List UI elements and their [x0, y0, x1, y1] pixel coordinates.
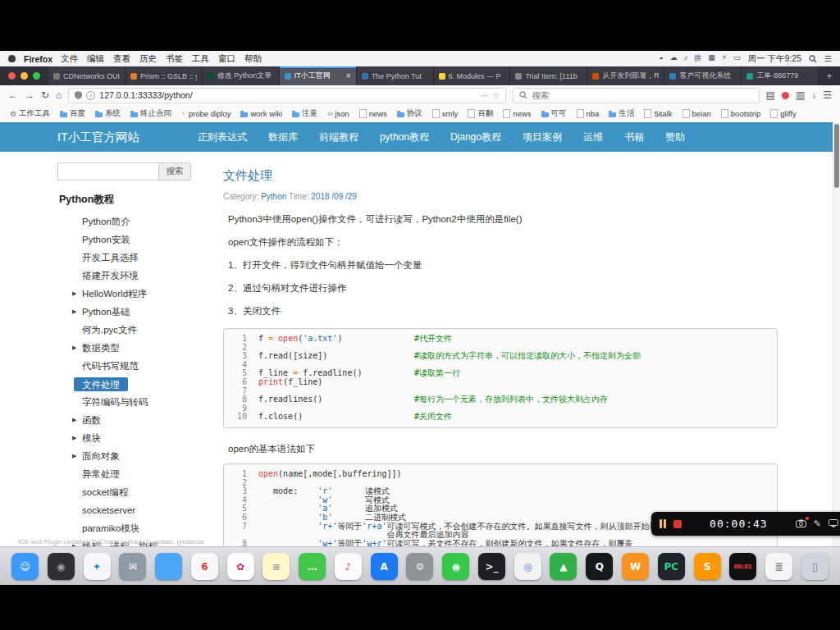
bookmark-15[interactable]: 生活 [609, 108, 634, 119]
sidebar-item-10[interactable]: 字符编码与转码 [57, 393, 213, 411]
dock-calendar[interactable]: 6 [191, 553, 218, 580]
sidebar-search-input[interactable] [57, 162, 158, 180]
site-nav-7[interactable]: 书籍 [614, 122, 655, 152]
dock-textedit[interactable]: ≣ [765, 553, 792, 580]
forward-button[interactable]: → [25, 90, 34, 100]
dock-terminal[interactable]: >_ [478, 553, 505, 580]
battery-icon[interactable]: ▭ [733, 53, 741, 64]
site-nav-6[interactable]: 运维 [573, 122, 614, 152]
bookmark-18[interactable]: bootstrip [721, 109, 760, 118]
bookmark-8[interactable]: news [359, 109, 387, 118]
bookmark-1[interactable]: 百度 [60, 108, 85, 119]
sidebar-item-16[interactable]: socketserver [57, 501, 213, 519]
dock-settings[interactable]: ⚙ [406, 553, 433, 580]
library-icon[interactable]: ▤ [766, 90, 775, 100]
sidebar-item-2[interactable]: 开发工具选择 [57, 249, 213, 267]
menubar-menu-5[interactable]: 工具 [192, 53, 209, 65]
site-nav-8[interactable]: 赞助 [655, 122, 696, 152]
bookmark-7[interactable]: <>json [327, 109, 349, 118]
menubar-menu-0[interactable]: 文件 [61, 53, 78, 65]
bookmark-0[interactable]: ⚙工作工具 [10, 108, 50, 119]
bookmark-16[interactable]: 5italk [644, 109, 672, 118]
search-input[interactable] [532, 90, 752, 100]
sidebar-item-1[interactable]: Python安装 [57, 231, 213, 249]
tab-7[interactable]: 从开发到部署，R [587, 66, 664, 85]
sidebar-item-4[interactable]: ▶HelloWorld程序 [57, 285, 213, 303]
tab-3[interactable]: IT小工官网× [280, 66, 357, 85]
menu-icon[interactable]: ☰ [823, 90, 832, 100]
menubar-menu-4[interactable]: 书签 [166, 53, 183, 65]
sidebar-item-12[interactable]: ▶模块 [57, 429, 213, 447]
sidebar-item-6[interactable]: 何为.pyc文件 [57, 321, 213, 339]
tab-9[interactable]: 工单-866779 [742, 66, 819, 85]
input-method-icon[interactable]: 拼 [694, 53, 701, 64]
tab-0[interactable]: CDNetworks OUI: d [48, 66, 126, 85]
volume-icon[interactable]: ♪ [684, 53, 688, 64]
sidebar-item-3[interactable]: 搭建开发环境 [57, 267, 213, 285]
menubar-menu-7[interactable]: 帮助 [244, 53, 262, 65]
dock-pycharm[interactable]: PC [658, 553, 685, 580]
tab-6[interactable]: Trial Item: [111b [510, 66, 587, 85]
sidebar-item-8[interactable]: 代码书写规范 [57, 357, 213, 375]
dock-safari[interactable]: ✦ [84, 553, 111, 580]
bookmark-3[interactable]: 终止合同 [130, 108, 171, 119]
display-icon[interactable] [829, 519, 838, 529]
site-nav-0[interactable]: 正则表达式 [187, 122, 258, 152]
reload-button[interactable]: ↻ [41, 90, 49, 100]
sidebar-search-button[interactable]: 搜索 [158, 162, 191, 180]
stop-button[interactable] [673, 520, 682, 528]
dock-chrome[interactable]: ◎ [514, 553, 541, 580]
dock-launchpad[interactable]: ◉ [48, 553, 75, 580]
dock-messages[interactable]: … [299, 553, 326, 580]
new-tab-button[interactable]: + [819, 66, 840, 85]
url-input[interactable] [99, 90, 476, 100]
bookmark-star-icon[interactable]: ☆ [492, 91, 500, 100]
sidebar-item-14[interactable]: 异常处理 [57, 465, 213, 483]
bookmark-5[interactable]: work wiki [240, 109, 282, 118]
sidebar-item-11[interactable]: ▶函数 [57, 411, 213, 429]
apple-menu-icon[interactable] [8, 55, 16, 62]
menubar-menu-1[interactable]: 编辑 [87, 53, 104, 65]
site-nav-3[interactable]: python教程 [369, 122, 440, 152]
bookmark-6[interactable]: 注意 [292, 108, 317, 119]
dock-mail[interactable]: ✉ [119, 553, 146, 580]
pocket-icon[interactable] [782, 92, 789, 99]
close-window-button[interactable] [8, 72, 16, 80]
site-brand[interactable]: IT小工官方网站 [57, 130, 139, 145]
bookmark-17[interactable]: beian [682, 109, 711, 118]
bookmark-19[interactable]: gliffy [770, 109, 796, 118]
tab-4[interactable]: The Python Tut [357, 66, 434, 85]
dock-photos[interactable]: ✿ [227, 553, 254, 580]
sidebar-item-13[interactable]: ▶面向对象 [57, 447, 213, 465]
back-button[interactable]: ← [8, 90, 18, 100]
dock-trash[interactable]: ▯ [801, 553, 829, 580]
browser-search-field[interactable] [513, 88, 759, 103]
sync-icon[interactable]: ◒ [659, 53, 663, 64]
display-icon[interactable]: ▦ [708, 53, 715, 64]
tab-1[interactable]: Prism :: GSLB :: ya [126, 66, 203, 85]
dock-folder[interactable] [155, 553, 182, 580]
sidebar-toggle-icon[interactable]: ▥ [796, 90, 805, 100]
pause-button[interactable] [660, 519, 666, 528]
sidebar-item-5[interactable]: ▶Python基础 [57, 303, 213, 321]
sidebar-item-7[interactable]: ▶数据类型 [57, 339, 213, 357]
sidebar-item-0[interactable]: Python简介 [57, 212, 213, 231]
menubar-menu-3[interactable]: 历史 [139, 53, 157, 65]
dock-maps[interactable]: ▲ [550, 553, 577, 580]
site-nav-5[interactable]: 项目案例 [512, 122, 573, 152]
site-nav-2[interactable]: 前端教程 [308, 122, 369, 152]
sidebar-item-9[interactable]: 文件处理 [57, 375, 213, 393]
notification-center-icon[interactable]: ☰ [824, 54, 832, 63]
sidebar-item-15[interactable]: socket编程 [57, 483, 213, 501]
bookmark-2[interactable]: 系统 [95, 108, 121, 119]
minimize-window-button[interactable] [21, 72, 28, 80]
bookmark-10[interactable]: xmly [432, 109, 459, 118]
scrollbar-thumb[interactable] [834, 124, 839, 188]
dock-qq[interactable]: Q [586, 553, 613, 580]
page-actions-icon[interactable]: ⋯ [480, 91, 488, 100]
bookmark-4[interactable]: ⚡probe diploy [181, 109, 231, 118]
zoom-window-button[interactable] [33, 72, 40, 80]
dock-notes[interactable]: ≡ [262, 553, 290, 580]
url-bar[interactable]: i ⋯ ☆ [68, 88, 506, 103]
tab-5[interactable]: 6. Modules — P [434, 66, 511, 85]
